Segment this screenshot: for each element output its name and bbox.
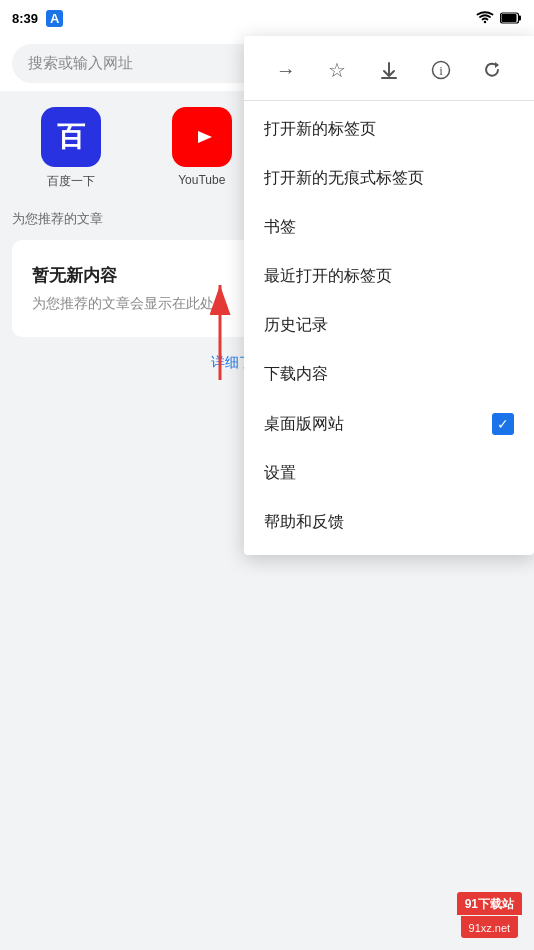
menu-item-incognito[interactable]: 打开新的无痕式标签页: [244, 154, 534, 203]
menu-item-settings[interactable]: 设置: [244, 449, 534, 498]
menu-toolbar: → ☆ i: [244, 44, 534, 101]
download-icon[interactable]: [371, 52, 407, 88]
shortcut-baidu-label: 百度一下: [47, 173, 95, 190]
info-icon[interactable]: i: [423, 52, 459, 88]
watermark-line2: 91xz.net: [469, 922, 511, 934]
svg-text:i: i: [439, 63, 443, 78]
menu-item-desktop-site-label: 桌面版网站: [264, 414, 344, 435]
shortcut-youtube-label: YouTube: [178, 173, 225, 187]
status-time: 8:39: [12, 11, 38, 26]
menu-item-incognito-label: 打开新的无痕式标签页: [264, 168, 424, 189]
menu-item-help-label: 帮助和反馈: [264, 512, 344, 533]
status-bar: 8:39 A: [0, 0, 534, 36]
menu-item-settings-label: 设置: [264, 463, 296, 484]
menu-item-bookmarks[interactable]: 书签: [244, 203, 534, 252]
menu-item-new-tab[interactable]: 打开新的标签页: [244, 105, 534, 154]
wifi-icon: [476, 11, 494, 25]
menu-item-history[interactable]: 历史记录: [244, 301, 534, 350]
battery-icon: [500, 12, 522, 24]
svg-marker-10: [495, 62, 499, 68]
shortcut-baidu[interactable]: 百 百度一下: [12, 107, 131, 190]
menu-item-new-tab-label: 打开新的标签页: [264, 119, 376, 140]
menu-item-help[interactable]: 帮助和反馈: [244, 498, 534, 547]
bookmark-icon[interactable]: ☆: [319, 52, 355, 88]
address-bar-placeholder: 搜索或输入网址: [28, 54, 133, 73]
menu-item-desktop-site[interactable]: 桌面版网站: [244, 399, 534, 449]
refresh-icon[interactable]: [474, 52, 510, 88]
forward-icon[interactable]: →: [268, 52, 304, 88]
dropdown-menu: → ☆ i 打开新的标签页 打开新的无痕式标签页 书签 最近打开的标签页 历史记…: [244, 36, 534, 555]
baidu-icon: 百: [41, 107, 101, 167]
a-indicator: A: [46, 10, 63, 27]
watermark-line1: 91下载站: [465, 897, 514, 911]
status-left: 8:39 A: [12, 10, 63, 27]
menu-item-recent-tabs-label: 最近打开的标签页: [264, 266, 392, 287]
watermark: 91下载站 91xz.net: [457, 892, 522, 938]
menu-item-downloads[interactable]: 下载内容: [244, 350, 534, 399]
svg-rect-1: [519, 16, 522, 21]
status-right: [476, 11, 522, 25]
desktop-site-checkbox[interactable]: [492, 413, 514, 435]
svg-rect-2: [502, 14, 517, 22]
menu-item-recent-tabs[interactable]: 最近打开的标签页: [244, 252, 534, 301]
youtube-icon: [172, 107, 232, 167]
menu-item-history-label: 历史记录: [264, 315, 328, 336]
menu-item-downloads-label: 下载内容: [264, 364, 328, 385]
menu-item-bookmarks-label: 书签: [264, 217, 296, 238]
